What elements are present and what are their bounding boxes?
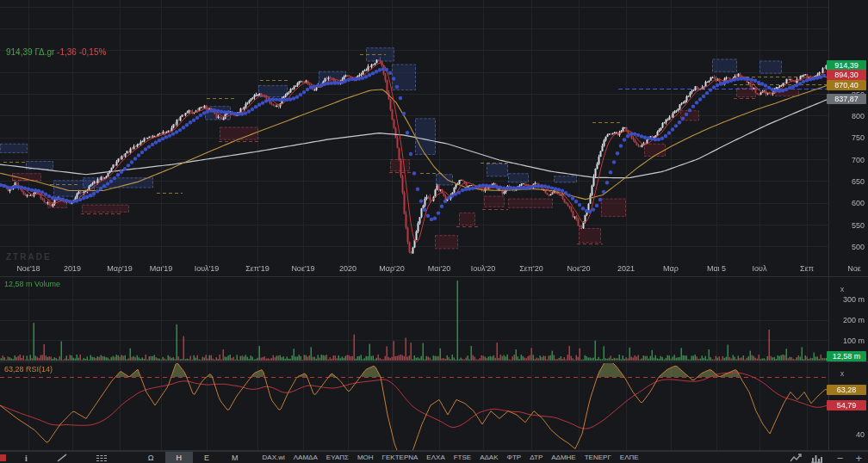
- info-icon[interactable]: i: [25, 454, 28, 463]
- symbol-tab-ΛΑΜΔΑ[interactable]: ΛΑΜΔΑ: [289, 452, 322, 463]
- timeframe-tabs: ΩΗΕΜ: [137, 452, 250, 463]
- chart-canvas[interactable]: [0, 0, 868, 463]
- price-tick-label: 750: [852, 133, 865, 142]
- price-badge: 894,30: [827, 70, 866, 80]
- price-tick-label: 650: [852, 177, 865, 186]
- price-badge: 870,40: [827, 80, 866, 90]
- draw-icon[interactable]: [57, 454, 67, 462]
- trading-app: 914,39 ΓΔ.gr -1,36 -0,15% ZTRADE 12,58 m…: [0, 0, 868, 463]
- connection-status-indicator: [0, 454, 6, 461]
- symbol-tab-ΜΟΗ[interactable]: ΜΟΗ: [353, 452, 378, 463]
- time-tick-label: Μαρ'20: [366, 264, 418, 273]
- watchlist-icon[interactable]: [96, 454, 108, 462]
- symbol-tab-ΑΔΑΚ[interactable]: ΑΔΑΚ: [475, 452, 502, 463]
- volume-value: 12,58 m: [4, 280, 33, 288]
- volume-badge: 12,58 m: [827, 351, 866, 361]
- symbol-tab-ΕΛΠΕ[interactable]: ΕΛΠΕ: [616, 452, 643, 463]
- price-tick-label: 700: [852, 156, 865, 164]
- time-tick-label: Σεπ'20: [505, 264, 557, 273]
- line-chart-icon[interactable]: [790, 454, 803, 463]
- symbol-tab-FTSE[interactable]: FTSE: [450, 452, 475, 463]
- bar-chart-icon[interactable]: [811, 454, 822, 463]
- volume-close-icon[interactable]: x: [837, 284, 847, 294]
- volume-tick-label: 300 m: [843, 295, 865, 304]
- time-tick-label: 2019: [46, 264, 98, 273]
- time-tick-label: Μαρ: [645, 264, 697, 273]
- timeframe-tab-Ε[interactable]: Ε: [193, 452, 220, 463]
- volume-name: Volume: [34, 280, 60, 288]
- symbol-legend: 914,39 ΓΔ.gr -1,36 -0,15%: [6, 47, 106, 57]
- time-tick-label: Νοε'20: [553, 264, 604, 273]
- rsi-close-icon[interactable]: x: [837, 368, 847, 379]
- timeframe-tab-Η[interactable]: Η: [165, 452, 194, 463]
- time-tick-label: Μαι'19: [135, 264, 187, 273]
- zoom-in-button[interactable]: +: [849, 453, 868, 463]
- volume-tick-label: 200 m: [843, 316, 865, 324]
- time-tick-label: Ιουλ'20: [457, 264, 509, 273]
- volume-tick-label: 100 m: [843, 336, 865, 345]
- price-tick-label: 800: [852, 112, 865, 120]
- rsi-badge: 54,79: [827, 400, 866, 411]
- symbol-tab-DAX.wi[interactable]: DAX.wi: [258, 452, 289, 463]
- symbol-tab-ΕΥΑΠΣ[interactable]: ΕΥΑΠΣ: [322, 452, 353, 463]
- toolbar-right: − +: [790, 453, 868, 463]
- price-change: -1,36: [57, 47, 77, 57]
- time-tick-label: Ιουλ: [734, 264, 785, 273]
- symbol-tab-ΤΕΝΕΡΓ[interactable]: ΤΕΝΕΡΓ: [580, 452, 616, 463]
- rsi-name: RSI(14): [26, 365, 53, 373]
- symbol-tab-ΕΛΧΑ[interactable]: ΕΛΧΑ: [422, 452, 449, 463]
- volume-indicator-label: 12,58 m Volume: [4, 280, 60, 288]
- rsi-value: 63,28: [4, 365, 24, 373]
- rsi-tick-label: 40: [856, 430, 865, 439]
- price-change-pct: -0,15%: [79, 47, 107, 57]
- time-tick-label: Σεπ: [781, 264, 833, 273]
- symbol-tab-ΑΔΜΗΕ[interactable]: ΑΔΜΗΕ: [547, 452, 580, 463]
- price-tick-label: 550: [852, 221, 865, 230]
- bottom-toolbar: i ΩΗΕΜ DAX.wiΛΑΜΔΑΕΥΑΠΣΜΟΗΓΕΚΤΕΡΝΑΕΛΧΑFT…: [0, 451, 868, 463]
- price-tick-label: 500: [852, 243, 865, 251]
- price-badge: 837,87: [827, 94, 866, 104]
- symbol-tab-ΔΤΡ[interactable]: ΔΤΡ: [525, 452, 547, 463]
- timeframe-tab-Ω[interactable]: Ω: [137, 452, 165, 463]
- symbol-tab-ΦΤΡ[interactable]: ΦΤΡ: [503, 452, 526, 463]
- time-tick-label: 2021: [600, 264, 652, 273]
- time-tick-label: Νοε'19: [277, 264, 329, 273]
- rsi-indicator-label: 63,28 RSI(14): [4, 365, 53, 373]
- last-price: 914,39: [6, 47, 33, 57]
- timeframe-tab-Μ[interactable]: Μ: [220, 452, 250, 463]
- symbol-tab-ΓΕΚΤΕΡΝΑ[interactable]: ΓΕΚΤΕΡΝΑ: [378, 452, 423, 463]
- symbol-tabs: DAX.wiΛΑΜΔΑΕΥΑΠΣΜΟΗΓΕΚΤΕΡΝΑΕΛΧΑFTSEΑΔΑΚΦ…: [258, 452, 643, 463]
- time-tick-label: Νοε: [828, 264, 868, 273]
- time-tick-label: Σεπ'19: [232, 264, 283, 273]
- rsi-badge: 63,28: [827, 385, 866, 395]
- price-tick-label: 600: [852, 199, 865, 207]
- time-tick-label: Ιουλ'19: [181, 264, 232, 273]
- symbol-name: ΓΔ.gr: [34, 47, 54, 57]
- platform-watermark: ZTRADE: [6, 252, 52, 262]
- zoom-out-button[interactable]: −: [831, 453, 850, 463]
